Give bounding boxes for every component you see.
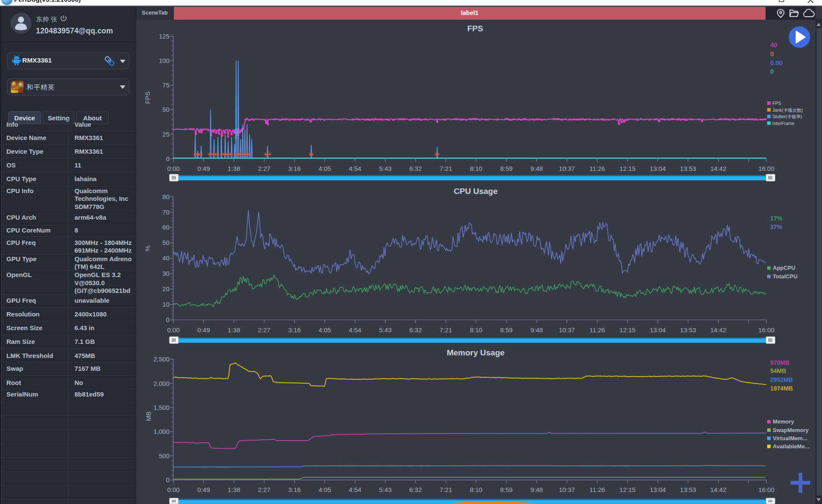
svg-text:FPS: FPS — [468, 24, 483, 33]
svg-text:InterFrame: InterFrame — [772, 121, 795, 126]
svg-text:37%: 37% — [770, 224, 783, 230]
svg-text:125: 125 — [159, 33, 170, 40]
svg-text:13:53: 13:53 — [680, 486, 696, 493]
svg-text:12:15: 12:15 — [619, 486, 636, 493]
svg-text:CPU Usage: CPU Usage — [454, 187, 497, 196]
svg-text:14:42: 14:42 — [710, 326, 727, 334]
svg-text:6:32: 6:32 — [409, 486, 422, 493]
svg-text:4:05: 4:05 — [319, 486, 331, 493]
svg-text:0: 0 — [770, 50, 774, 57]
svg-text:1:38: 1:38 — [228, 165, 240, 172]
svg-text:11:26: 11:26 — [590, 486, 605, 493]
svg-text:0.00: 0.00 — [770, 59, 783, 66]
svg-text:4:54: 4:54 — [349, 326, 361, 334]
svg-text:0:00: 0:00 — [167, 165, 179, 172]
svg-text:20: 20 — [162, 285, 170, 292]
svg-text:Memory: Memory — [773, 418, 795, 425]
svg-text:8:10: 8:10 — [470, 486, 482, 493]
svg-text:11:26: 11:26 — [590, 165, 605, 172]
svg-text:8:10: 8:10 — [470, 165, 482, 172]
svg-text:500: 500 — [159, 452, 170, 459]
svg-text:4:54: 4:54 — [349, 165, 361, 172]
svg-text:17%: 17% — [770, 215, 783, 222]
svg-text:4:05: 4:05 — [319, 326, 331, 334]
svg-text:4:05: 4:05 — [319, 165, 331, 172]
svg-text:7:21: 7:21 — [440, 486, 452, 493]
svg-text:3:16: 3:16 — [288, 326, 301, 334]
svg-text:VirtualMem...: VirtualMem... — [773, 435, 807, 441]
svg-text:50: 50 — [162, 106, 170, 113]
svg-text:1:38: 1:38 — [228, 326, 240, 334]
svg-text:8:10: 8:10 — [470, 326, 482, 334]
svg-text:FPS: FPS — [144, 91, 151, 104]
svg-text:1,500: 1,500 — [153, 404, 170, 411]
svg-text:0:49: 0:49 — [197, 486, 210, 493]
svg-text:2,500: 2,500 — [153, 355, 170, 363]
svg-text:10:37: 10:37 — [559, 326, 575, 334]
svg-text:10:37: 10:37 — [559, 486, 575, 493]
svg-text:25: 25 — [162, 131, 170, 138]
svg-text:1,000: 1,000 — [153, 428, 170, 435]
svg-text:0:49: 0:49 — [197, 326, 210, 334]
svg-text:11:26: 11:26 — [590, 326, 605, 334]
svg-text:80: 80 — [162, 193, 170, 200]
svg-text:0: 0 — [166, 155, 170, 162]
svg-text:0:00: 0:00 — [167, 486, 179, 493]
svg-text:54MB: 54MB — [770, 367, 786, 374]
svg-text:0: 0 — [770, 68, 774, 75]
svg-text:2952MB: 2952MB — [770, 376, 793, 383]
svg-text:70: 70 — [162, 209, 170, 216]
svg-text:60: 60 — [162, 224, 170, 231]
svg-text:2:27: 2:27 — [258, 486, 270, 493]
svg-text:13:53: 13:53 — [680, 165, 696, 172]
svg-text:AvailableMe...: AvailableMe... — [773, 443, 810, 450]
svg-text:30: 30 — [162, 270, 170, 277]
svg-text:970MB: 970MB — [770, 359, 789, 366]
svg-text:8:59: 8:59 — [500, 165, 512, 172]
svg-text:5:43: 5:43 — [379, 486, 391, 493]
svg-text:16:00: 16:00 — [758, 326, 774, 334]
svg-text:16:00: 16:00 — [758, 486, 774, 493]
svg-text:10:37: 10:37 — [559, 165, 575, 172]
svg-text:Memory Usage: Memory Usage — [447, 348, 504, 357]
svg-text:13:04: 13:04 — [650, 326, 666, 334]
svg-text:7:21: 7:21 — [440, 326, 452, 334]
svg-text:8:59: 8:59 — [500, 486, 512, 493]
svg-text:2:27: 2:27 — [258, 326, 270, 334]
svg-text:8:59: 8:59 — [500, 326, 512, 334]
svg-text:40: 40 — [770, 41, 777, 48]
svg-text:TotalCPU: TotalCPU — [773, 273, 798, 280]
svg-text:9:48: 9:48 — [530, 165, 543, 172]
svg-text:1974MB: 1974MB — [770, 385, 793, 392]
svg-text:6:32: 6:32 — [409, 326, 422, 334]
svg-text:16:00: 16:00 — [758, 165, 774, 172]
svg-text:50: 50 — [162, 239, 170, 246]
svg-text:13:04: 13:04 — [650, 165, 666, 172]
svg-text:AppCPU: AppCPU — [773, 265, 795, 271]
svg-text:0: 0 — [166, 316, 170, 323]
svg-text:%: % — [144, 245, 151, 251]
svg-text:0:49: 0:49 — [197, 165, 210, 172]
svg-text:9:48: 9:48 — [530, 486, 543, 493]
svg-text:40: 40 — [162, 254, 170, 262]
svg-text:5:43: 5:43 — [379, 165, 391, 172]
svg-text:14:42: 14:42 — [710, 486, 727, 493]
svg-text:Jank(卡顿次数): Jank(卡顿次数) — [772, 107, 803, 113]
svg-text:12:15: 12:15 — [619, 165, 636, 172]
svg-text:10: 10 — [162, 301, 170, 308]
svg-text:3:16: 3:16 — [288, 165, 301, 172]
svg-text:13:53: 13:53 — [680, 326, 696, 334]
svg-text:9:48: 9:48 — [530, 326, 543, 334]
svg-text:7:21: 7:21 — [440, 165, 452, 172]
svg-text:5:43: 5:43 — [379, 326, 391, 334]
svg-text:0: 0 — [166, 476, 170, 483]
svg-text:Stutter(卡顿率): Stutter(卡顿率) — [772, 114, 802, 119]
svg-text:6:32: 6:32 — [409, 165, 422, 172]
svg-text:13:04: 13:04 — [650, 486, 666, 493]
svg-text:1:38: 1:38 — [228, 486, 240, 493]
svg-text:FPS: FPS — [772, 101, 781, 106]
svg-text:75: 75 — [162, 81, 170, 89]
svg-text:MB: MB — [145, 412, 152, 421]
svg-text:3:16: 3:16 — [288, 486, 301, 493]
svg-text:100: 100 — [159, 57, 170, 64]
